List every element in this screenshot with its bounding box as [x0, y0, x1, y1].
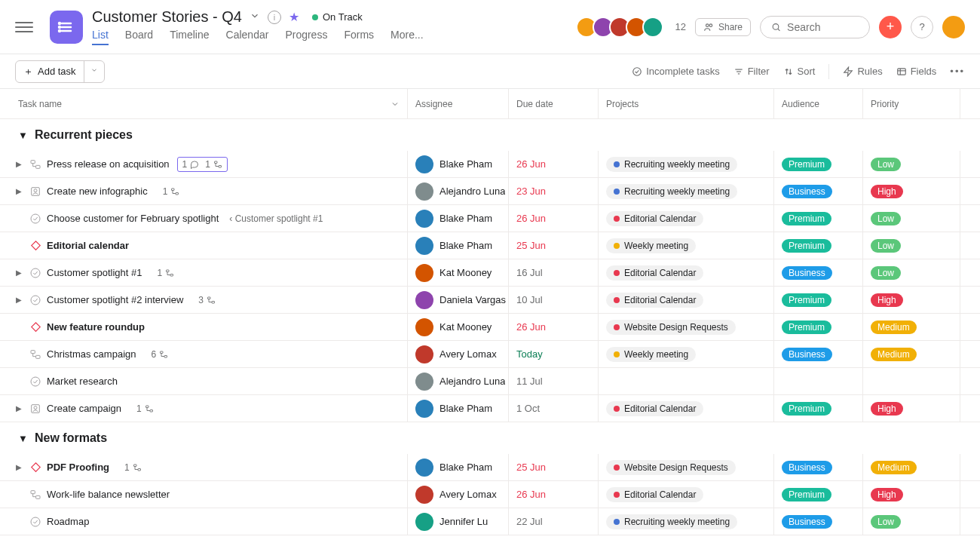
cell-assignee[interactable]: Blake Pham — [407, 395, 508, 422]
cell-audience[interactable]: Business — [773, 178, 862, 204]
cell-audience[interactable]: Premium — [773, 481, 862, 508]
cell-audience[interactable]: Premium — [773, 151, 862, 177]
cell-duedate[interactable]: 25 Jun — [508, 232, 598, 259]
project-pill[interactable]: Editorial Calendar — [606, 487, 703, 502]
cell-projects[interactable]: Editorial Calendar — [598, 395, 773, 422]
help-button[interactable]: ? — [911, 16, 933, 38]
search-box[interactable] — [760, 16, 870, 38]
project-pill[interactable]: Weekly meeting — [606, 347, 696, 362]
cell-priority[interactable]: High — [862, 287, 960, 313]
cell-audience[interactable]: Premium — [773, 287, 862, 313]
task-row[interactable]: RoadmapJennifer Lu22 JulRecruiting weekl… — [0, 508, 980, 535]
cell-projects[interactable] — [598, 368, 773, 394]
cell-assignee[interactable]: Jennifer Lu — [407, 508, 508, 535]
cell-assignee[interactable]: Blake Pham — [407, 454, 508, 480]
col-header-name[interactable]: Task name — [0, 99, 407, 109]
cell-priority[interactable]: Medium — [862, 314, 960, 340]
cell-projects[interactable]: Editorial Calendar — [598, 287, 773, 313]
cell-audience[interactable]: Business — [773, 454, 862, 480]
info-icon[interactable]: i — [268, 11, 281, 24]
expand-caret[interactable]: ▶ — [14, 404, 24, 413]
cell-assignee[interactable]: Blake Pham — [407, 151, 508, 177]
add-task-dropdown[interactable] — [84, 61, 104, 82]
project-pill[interactable]: Website Design Requests — [606, 460, 736, 475]
project-pill[interactable]: Editorial Calendar — [606, 401, 703, 416]
cell-audience[interactable] — [773, 368, 862, 394]
cell-priority[interactable]: High — [862, 178, 960, 204]
filter-button[interactable]: Filter — [733, 66, 770, 77]
cell-projects[interactable]: Recruiting weekly meeting — [598, 151, 773, 177]
current-user-avatar[interactable] — [942, 16, 965, 38]
cell-audience[interactable]: Business — [773, 259, 862, 286]
cell-projects[interactable]: Editorial Calendar — [598, 259, 773, 286]
col-header-duedate[interactable]: Due date — [508, 89, 598, 118]
expand-caret[interactable]: ▶ — [14, 463, 24, 471]
cell-projects[interactable]: Recruiting weekly meeting — [598, 508, 773, 535]
cell-duedate[interactable]: 23 Jun — [508, 178, 598, 204]
share-button[interactable]: Share — [695, 18, 751, 36]
add-task-button[interactable]: ＋ Add task — [16, 61, 84, 82]
expand-caret[interactable]: ▶ — [14, 268, 24, 277]
cell-projects[interactable]: Weekly meeting — [598, 341, 773, 367]
cell-projects[interactable]: Editorial Calendar — [598, 205, 773, 232]
expand-caret[interactable]: ▶ — [14, 296, 24, 304]
project-pill[interactable]: Editorial Calendar — [606, 265, 703, 281]
cell-duedate[interactable]: Today — [508, 341, 598, 367]
project-menu-caret[interactable] — [250, 11, 260, 23]
cell-priority[interactable]: Medium — [862, 341, 960, 367]
cell-audience[interactable]: Business — [773, 508, 862, 535]
cell-priority[interactable]: Low — [862, 259, 960, 286]
cell-audience[interactable]: Premium — [773, 314, 862, 340]
cell-assignee[interactable]: Alejandro Luna — [407, 368, 508, 394]
cell-audience[interactable]: Premium — [773, 395, 862, 422]
project-status[interactable]: On Track — [307, 9, 368, 25]
section-header[interactable]: ▼Recurrent pieces — [0, 119, 980, 151]
expand-caret[interactable]: ▶ — [14, 187, 24, 195]
cell-assignee[interactable]: Kat Mooney — [407, 314, 508, 340]
cell-duedate[interactable]: 11 Jul — [508, 368, 598, 394]
task-row[interactable]: New feature roundupKat Mooney26 JunWebsi… — [0, 314, 980, 341]
col-header-assignee[interactable]: Assignee — [407, 89, 508, 118]
task-row[interactable]: ▶Create new infographic1Alejandro Luna23… — [0, 178, 980, 205]
project-icon[interactable] — [50, 11, 83, 44]
col-header-audience[interactable]: Audience — [773, 89, 862, 118]
cell-duedate[interactable]: 22 Jul — [508, 508, 598, 535]
task-row[interactable]: Work-life balance newsletterAvery Lomax2… — [0, 481, 980, 508]
cell-duedate[interactable]: 16 Jul — [508, 259, 598, 286]
project-pill[interactable]: Editorial Calendar — [606, 211, 703, 226]
cell-assignee[interactable]: Blake Pham — [407, 205, 508, 232]
cell-duedate[interactable]: 26 Jun — [508, 151, 598, 177]
cell-assignee[interactable]: Kat Mooney — [407, 259, 508, 286]
tab-calendar[interactable]: Calendar — [226, 29, 269, 45]
global-add-button[interactable]: + — [879, 16, 902, 38]
cell-assignee[interactable]: Daniela Vargas — [407, 287, 508, 313]
project-pill[interactable]: Website Design Requests — [606, 320, 736, 335]
cell-assignee[interactable]: Avery Lomax — [407, 481, 508, 508]
project-pill[interactable]: Recruiting weekly meeting — [606, 184, 737, 199]
tab-progress[interactable]: Progress — [285, 29, 327, 45]
col-header-projects[interactable]: Projects — [598, 89, 773, 118]
sort-button[interactable]: Sort — [783, 66, 816, 77]
member-facepile[interactable] — [580, 17, 663, 38]
cell-projects[interactable]: Recruiting weekly meeting — [598, 178, 773, 204]
cell-duedate[interactable]: 26 Jun — [508, 205, 598, 232]
cell-projects[interactable]: Weekly meeting — [598, 232, 773, 259]
cell-assignee[interactable]: Blake Pham — [407, 232, 508, 259]
task-row[interactable]: ▶Customer spotlight #2 interview3Daniela… — [0, 287, 980, 314]
cell-priority[interactable]: Low — [862, 205, 960, 232]
cell-assignee[interactable]: Avery Lomax — [407, 341, 508, 367]
cell-priority[interactable]: Low — [862, 508, 960, 535]
cell-priority[interactable]: High — [862, 395, 960, 422]
search-input[interactable] — [787, 21, 859, 33]
cell-duedate[interactable]: 1 Oct — [508, 395, 598, 422]
cell-audience[interactable]: Premium — [773, 205, 862, 232]
tab-more[interactable]: More... — [390, 29, 424, 45]
cell-projects[interactable]: Website Design Requests — [598, 314, 773, 340]
tab-list[interactable]: List — [92, 29, 109, 45]
project-pill[interactable]: Recruiting weekly meeting — [606, 157, 737, 172]
menu-toggle[interactable] — [15, 18, 33, 36]
project-title[interactable]: Customer Stories - Q4 — [92, 8, 242, 26]
project-pill[interactable]: Weekly meeting — [606, 238, 696, 253]
expand-caret[interactable]: ▶ — [14, 160, 24, 168]
task-row[interactable]: ▶PDF Proofing1Blake Pham25 JunWebsite De… — [0, 454, 980, 481]
